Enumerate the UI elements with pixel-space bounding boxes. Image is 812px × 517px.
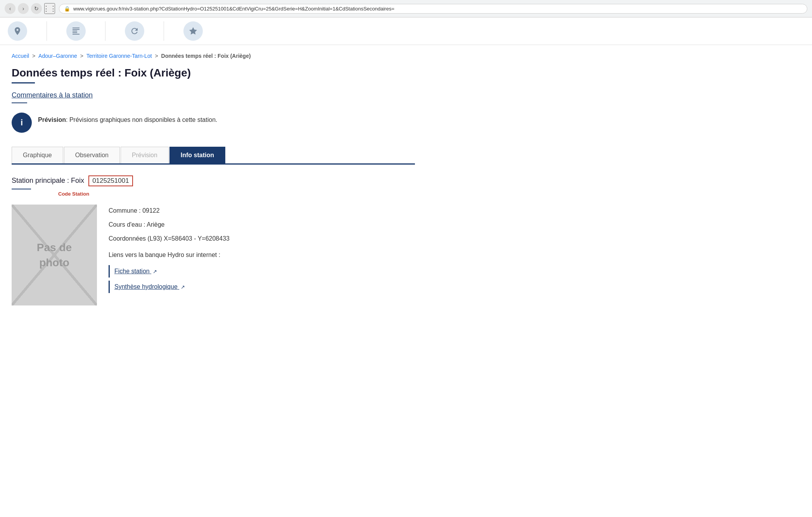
reload-button[interactable]: ↻: [31, 3, 42, 14]
info-text-content: Prévision: Prévisions graphiques non dis…: [38, 113, 218, 123]
lock-icon: 🔒: [64, 6, 70, 12]
breadcrumb-territoire[interactable]: Territoire Garonne-Tarn-Lot: [86, 53, 152, 59]
nav-icon-3[interactable]: [125, 21, 144, 41]
cours-eau-value: Ariège: [147, 221, 164, 228]
nav-divider-1: [47, 21, 47, 41]
breadcrumb-accueil[interactable]: Accueil: [12, 53, 29, 59]
breadcrumb-sep-3: >: [155, 53, 159, 59]
title-underline: [12, 82, 35, 83]
coords-row: Coordonnées (L93) X=586403 - Y=6208433: [109, 232, 415, 245]
info-icon: i: [12, 113, 32, 133]
page-content: Accueil > Adour–Garonne > Territoire Gar…: [0, 45, 427, 313]
breadcrumb-current: Données temps réel : Foix (Ariège): [161, 53, 251, 59]
grid-button[interactable]: ⋮⋮: [44, 3, 55, 14]
commune-value: 09122: [142, 207, 160, 214]
station-header-label: Station principale :: [12, 177, 69, 184]
station-code: 0125251001: [88, 175, 133, 186]
tab-prevision: Prévision: [121, 147, 169, 163]
nav-circle-4: [183, 21, 203, 41]
external-link-icon-2: ↗: [181, 282, 185, 292]
nav-divider-2: [105, 21, 105, 41]
nav-circle-1: [8, 21, 27, 41]
external-link-icon-1: ↗: [153, 267, 157, 277]
info-label: Prévision: [38, 116, 66, 123]
tab-observation[interactable]: Observation: [64, 147, 120, 163]
nav-circle-3: [125, 21, 144, 41]
station-underline: [12, 189, 31, 189]
tab-graphique[interactable]: Graphique: [12, 147, 63, 163]
station-info-details: Commune : 09122 Cours d'eau : Ariège Coo…: [109, 205, 415, 296]
url-text: www.vigicrues.gouv.fr/niv3-station.php?C…: [73, 6, 394, 12]
code-station-label: Code Station: [58, 191, 415, 197]
info-message: : Prévisions graphiques non disponibles …: [66, 116, 217, 123]
station-photo: Pas dephoto: [12, 205, 97, 305]
top-nav-icons: [0, 17, 812, 45]
page-title: Données temps réel : Foix (Ariège): [12, 67, 415, 79]
fiche-station-link[interactable]: Fiche station ↗: [109, 265, 415, 278]
commune-row: Commune : 09122: [109, 205, 415, 217]
nav-buttons: ‹ › ↻ ⋮⋮: [5, 3, 55, 14]
nav-icon-1[interactable]: [8, 21, 27, 41]
breadcrumb-adour[interactable]: Adour–Garonne: [38, 53, 77, 59]
cours-eau-label: Cours d'eau :: [109, 221, 145, 228]
info-box: i Prévision: Prévisions graphiques non d…: [12, 113, 415, 133]
synthese-hydro-link[interactable]: Synthèse hydrologique ↗: [109, 281, 415, 293]
fiche-station-label: Fiche station: [114, 268, 150, 274]
breadcrumb-sep-2: >: [80, 53, 85, 59]
breadcrumb-sep-1: >: [32, 53, 37, 59]
nav-circle-2: [66, 21, 86, 41]
photo-placeholder-text: Pas dephoto: [37, 240, 72, 270]
links-section: Liens vers la banque Hydro sur internet …: [109, 249, 415, 293]
station-header: Station principale : Foix 0125251001: [12, 175, 415, 186]
nav-icon-4[interactable]: [183, 21, 203, 41]
tab-info-station[interactable]: Info station: [169, 147, 225, 163]
nav-icon-2[interactable]: [66, 21, 86, 41]
station-name: Foix: [71, 177, 84, 184]
subtitle-underline: [12, 102, 27, 103]
browser-chrome: ‹ › ↻ ⋮⋮ 🔒 www.vigicrues.gouv.fr/niv3-st…: [0, 0, 812, 17]
links-title: Liens vers la banque Hydro sur internet …: [109, 249, 415, 261]
nav-divider-3: [164, 21, 164, 41]
breadcrumb: Accueil > Adour–Garonne > Territoire Gar…: [12, 53, 415, 59]
synthese-hydro-label: Synthèse hydrologique: [114, 283, 178, 290]
forward-button[interactable]: ›: [18, 3, 29, 14]
tabs-container: Graphique Observation Prévision Info sta…: [12, 147, 415, 165]
section-subtitle: Commentaires à la station: [12, 91, 415, 99]
address-bar[interactable]: 🔒 www.vigicrues.gouv.fr/niv3-station.php…: [59, 4, 807, 14]
commune-label: Commune :: [109, 207, 141, 214]
cours-eau-row: Cours d'eau : Ariège: [109, 219, 415, 231]
station-content: Pas dephoto Commune : 09122 Cours d'eau …: [12, 205, 415, 305]
back-button[interactable]: ‹: [5, 3, 16, 14]
info-icon-letter: i: [21, 118, 23, 128]
